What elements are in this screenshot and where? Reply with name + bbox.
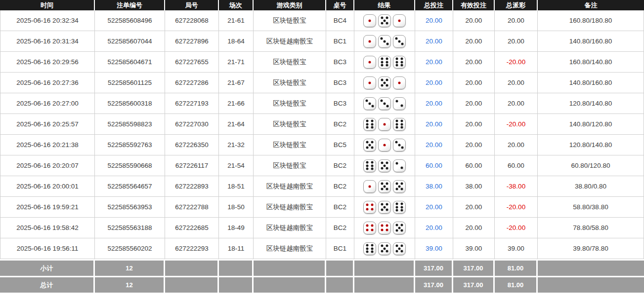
table-body: 2025-06-16 20:32:34522585608496627228068… (0, 10, 644, 259)
cell-total_payout: -20.00 (495, 52, 538, 73)
cell-total_payout: 20.00 (495, 135, 538, 155)
cell-remark: 160.80/140.80 (538, 52, 644, 73)
col-header-table_no: 桌号 (326, 0, 354, 10)
cell-bet_id: 522585563953 (95, 197, 165, 218)
cell-time: 2025-06-16 20:21:38 (0, 135, 95, 155)
cell-table_no: BC3 (326, 93, 354, 114)
cell-result (354, 238, 415, 259)
footer-cell-round_id (165, 259, 219, 276)
cell-game_type: 区块链越南骰宝 (254, 238, 326, 259)
die-1-icon (378, 139, 391, 151)
footer-cell-table_no (326, 259, 354, 276)
cell-bet_id: 522585600318 (95, 93, 165, 114)
cell-valid_bet: 20.00 (453, 135, 495, 155)
cell-bet_id: 522585601125 (95, 73, 165, 93)
cell-total_bet[interactable]: 20.00 (415, 114, 453, 135)
header-row: 时间注单编号局号场次游戏类别桌号结果总投注有效投注总派彩备注 (0, 0, 644, 10)
cell-bet_id: 522585590668 (95, 155, 165, 176)
cell-total_bet[interactable]: 20.00 (415, 218, 453, 238)
cell-total_bet[interactable]: 20.00 (415, 52, 453, 73)
footer-cell-label: 小计 (0, 259, 95, 276)
cell-round_id: 627222893 (165, 176, 219, 197)
cell-total_bet[interactable]: 20.00 (415, 10, 453, 31)
cell-round_id: 627222788 (165, 197, 219, 218)
table-row: 2025-06-16 20:29:56522585604671627227655… (0, 52, 644, 73)
cell-total_bet[interactable]: 38.00 (415, 176, 453, 197)
cell-valid_bet: 20.00 (453, 218, 495, 238)
die-1-icon (363, 180, 376, 193)
table-row: 2025-06-16 20:27:00522585600318627227193… (0, 93, 644, 114)
die-3-icon (363, 97, 376, 110)
cell-total_payout: 20.00 (495, 73, 538, 93)
die-1-icon (363, 76, 376, 89)
cell-remark: 140.80/160.80 (538, 31, 644, 52)
table-row: 2025-06-16 20:31:34522585607044627227896… (0, 31, 644, 52)
footer-cell-remark (538, 276, 644, 293)
die-5-icon (378, 201, 391, 214)
footer-cell-result (354, 259, 415, 276)
die-2-icon (393, 159, 406, 172)
cell-table_no: BC2 (326, 114, 354, 135)
die-5-icon (378, 14, 391, 27)
die-4-icon (363, 201, 376, 214)
die-5-icon (393, 222, 406, 234)
cell-total_bet[interactable]: 20.00 (415, 73, 453, 93)
die-5-icon (378, 242, 391, 255)
cell-remark: 160.80/180.80 (538, 10, 644, 31)
cell-round_id: 627227193 (165, 93, 219, 114)
cell-table_no: BC2 (326, 197, 354, 218)
cell-time: 2025-06-16 20:31:34 (0, 31, 95, 52)
cell-game_type: 区块链骰宝 (254, 10, 326, 31)
cell-game_type: 区块链越南骰宝 (254, 218, 326, 238)
cell-game_type: 区块链骰宝 (254, 93, 326, 114)
cell-total_bet[interactable]: 20.00 (415, 93, 453, 114)
cell-session: 21-64 (219, 114, 254, 135)
cell-bet_id: 522585608496 (95, 10, 165, 31)
col-header-bet_id: 注单编号 (95, 0, 165, 10)
cell-result (354, 197, 415, 218)
cell-bet_id: 522585560202 (95, 238, 165, 259)
cell-game_type: 区块链骰宝 (254, 52, 326, 73)
cell-total_payout: -20.00 (495, 114, 538, 135)
cell-total_bet[interactable]: 39.00 (415, 238, 453, 259)
cell-time: 2025-06-16 19:59:21 (0, 197, 95, 218)
cell-valid_bet: 60.00 (453, 155, 495, 176)
table-row: 2025-06-16 20:00:01522585564657627222893… (0, 176, 644, 197)
footer-cell-total_payout: 81.00 (495, 259, 538, 276)
col-header-round_id: 局号 (165, 0, 219, 10)
cell-valid_bet: 20.00 (453, 197, 495, 218)
cell-total_bet[interactable]: 60.00 (415, 155, 453, 176)
die-6-icon (393, 56, 406, 69)
cell-total_payout: 20.00 (495, 10, 538, 31)
die-6-icon (363, 242, 376, 255)
cell-session: 21-71 (219, 52, 254, 73)
die-5-icon (378, 180, 391, 193)
cell-session: 18-64 (219, 31, 254, 52)
cell-result (354, 31, 415, 52)
die-4-icon (378, 222, 391, 234)
cell-result (354, 10, 415, 31)
die-6-icon (363, 159, 376, 172)
cell-bet_id: 522585604671 (95, 52, 165, 73)
cell-total_bet[interactable]: 20.00 (415, 31, 453, 52)
cell-round_id: 627226350 (165, 135, 219, 155)
die-5-icon (378, 76, 391, 89)
subtotal-row: 小计12317.00317.0081.00 (0, 259, 644, 276)
cell-total_bet[interactable]: 20.00 (415, 197, 453, 218)
cell-total_bet[interactable]: 20.00 (415, 135, 453, 155)
cell-time: 2025-06-16 20:27:36 (0, 73, 95, 93)
die-3-icon (393, 35, 406, 48)
cell-session: 21-54 (219, 155, 254, 176)
footer-cell-count: 12 (95, 259, 165, 276)
cell-game_type: 区块链骰宝 (254, 73, 326, 93)
cell-game_type: 区块链骰宝 (254, 155, 326, 176)
cell-total_payout: 20.00 (495, 93, 538, 114)
bet-records-table: 时间注单编号局号场次游戏类别桌号结果总投注有效投注总派彩备注 2025-06-1… (0, 0, 644, 293)
cell-time: 2025-06-16 20:25:57 (0, 114, 95, 135)
cell-table_no: BC3 (326, 73, 354, 93)
cell-remark: 120.80/140.80 (538, 135, 644, 155)
cell-game_type: 区块链骰宝 (254, 114, 326, 135)
table-row: 2025-06-16 19:59:21522585563953627222788… (0, 197, 644, 218)
die-6-icon (393, 118, 406, 131)
die-1-icon (393, 14, 406, 27)
